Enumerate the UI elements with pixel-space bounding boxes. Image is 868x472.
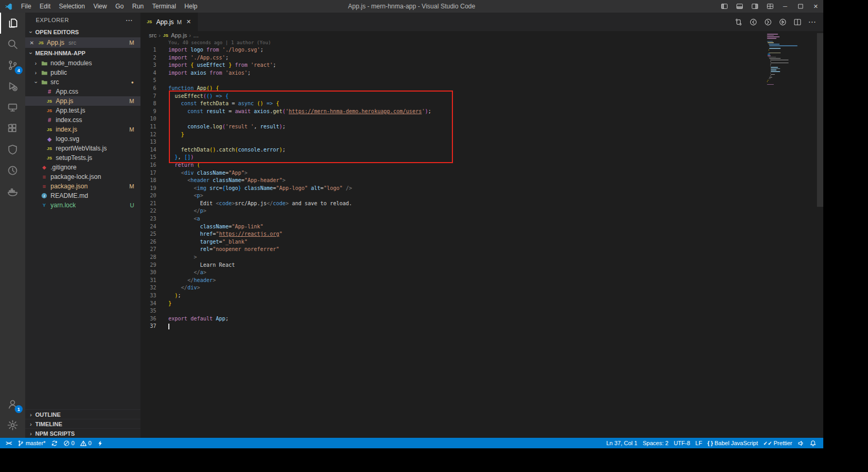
tree-item-package-lock.json[interactable]: ≡package-lock.json: [25, 172, 140, 182]
code-line-14[interactable]: 14 fetchData().catch(console.error);: [140, 146, 823, 154]
code-line-6[interactable]: 6function App() {: [140, 85, 823, 93]
code-line-18[interactable]: 18 <header className="App-header">: [140, 177, 823, 185]
activitybar-source-control[interactable]: 4: [0, 55, 25, 76]
code-line-33[interactable]: 33 );: [140, 292, 823, 300]
tree-item-yarn.lock[interactable]: Yyarn.lockU: [25, 200, 140, 210]
tab-appjs[interactable]: JS App.js M ✕: [140, 13, 198, 31]
tree-item-readme.md[interactable]: iREADME.md: [25, 191, 140, 200]
code-line-32[interactable]: 32 </div>: [140, 284, 823, 292]
menu-view[interactable]: View: [89, 0, 111, 13]
customize-layout-icon-button[interactable]: [762, 0, 778, 13]
code-line-1[interactable]: 1import logo from './logo.svg';: [140, 46, 823, 54]
status-cursor-position[interactable]: Ln 37, Col 1: [603, 438, 640, 448]
back-circle-icon[interactable]: [749, 18, 758, 26]
tree-item-src[interactable]: ›src●: [25, 77, 140, 87]
tree-item-index.css[interactable]: #index.css: [25, 115, 140, 125]
activitybar-explorer[interactable]: [0, 13, 25, 34]
code-line-34[interactable]: 34}: [140, 300, 823, 308]
tree-item-reportwebvitals.js[interactable]: JSreportWebVitals.js: [25, 144, 140, 153]
code-line-10[interactable]: 10: [140, 115, 823, 123]
status-remote-indicator[interactable]: ><: [3, 438, 15, 448]
code-line-20[interactable]: 20 <p>: [140, 192, 823, 200]
code-line-25[interactable]: 25 href="https://reactjs.org": [140, 230, 823, 238]
menu-help[interactable]: Help: [180, 0, 202, 13]
code-line-30[interactable]: 30 </a>: [140, 269, 823, 277]
chevron-icon[interactable]: ›: [33, 70, 39, 76]
code-line-26[interactable]: 26 target="_blank": [140, 238, 823, 246]
tree-item-setuptests.js[interactable]: JSsetupTests.js: [25, 153, 140, 163]
activitybar-docker[interactable]: [0, 181, 25, 202]
activitybar-run-and-debug[interactable]: [0, 76, 25, 97]
close-icon-button[interactable]: ✕: [808, 0, 823, 13]
status-eol[interactable]: LF: [693, 438, 705, 448]
code-line-31[interactable]: 31 </header>: [140, 277, 823, 285]
code-line-23[interactable]: 23 <a: [140, 215, 823, 223]
editor-scrollbar[interactable]: [817, 31, 823, 438]
status-git-branch[interactable]: master*: [15, 438, 48, 448]
run-circle-icon[interactable]: [779, 18, 787, 26]
code-line-8[interactable]: 8 const fetchData = async () => {: [140, 100, 823, 108]
status-language-mode[interactable]: { }Babel JavaScript: [705, 438, 761, 448]
code-line-17[interactable]: 17 <div className="App">: [140, 169, 823, 177]
status-formatter[interactable]: ✓✓Prettier: [761, 438, 795, 448]
menu-run[interactable]: Run: [128, 0, 148, 13]
code-line-35[interactable]: 35: [140, 307, 823, 315]
forward-circle-icon[interactable]: [764, 18, 772, 26]
breadcrumb-item[interactable]: …: [193, 32, 199, 38]
status-live-share[interactable]: [94, 438, 106, 448]
tree-item-.gitignore[interactable]: ◆.gitignore: [25, 163, 140, 172]
section-npm-scripts[interactable]: ›NPM SCRIPTS: [25, 428, 140, 438]
section-outline[interactable]: ›OUTLINE: [25, 409, 140, 419]
status-notifications[interactable]: [807, 438, 819, 448]
code-line-24[interactable]: 24 className="App-link": [140, 223, 823, 231]
chevron-icon[interactable]: ›: [33, 79, 39, 85]
minimap[interactable]: [767, 34, 817, 87]
code-line-29[interactable]: 29 Learn React: [140, 262, 823, 269]
code-line-13[interactable]: 13: [140, 138, 823, 146]
tree-item-app.test.js[interactable]: JSApp.test.js: [25, 106, 140, 115]
status-feedback[interactable]: [795, 438, 807, 448]
tree-item-app.css[interactable]: #App.css: [25, 87, 140, 96]
tree-item-app.js[interactable]: JSApp.jsM: [25, 96, 140, 106]
code-line-16[interactable]: 16 return (: [140, 162, 823, 169]
open-editor-app.js[interactable]: ✕JSApp.jssrcM: [25, 37, 140, 48]
code-line-15[interactable]: 15 }, []): [140, 154, 823, 162]
code-line-2[interactable]: 2import './App.css';: [140, 54, 823, 62]
code-line-5[interactable]: 5: [140, 77, 823, 85]
tree-item-public[interactable]: ›public: [25, 68, 140, 77]
breadcrumb-item[interactable]: src: [149, 32, 157, 38]
status-sync-changes[interactable]: [48, 438, 60, 448]
activitybar-timeline[interactable]: [0, 160, 25, 181]
menu-terminal[interactable]: Terminal: [148, 0, 180, 13]
tree-item-package.json[interactable]: ≡package.jsonM: [25, 182, 140, 191]
code-line-9[interactable]: 9 const result = await axios.get('https:…: [140, 108, 823, 116]
activitybar-remote-explorer[interactable]: [0, 97, 25, 118]
menu-file[interactable]: File: [17, 0, 35, 13]
close-icon[interactable]: ✕: [28, 40, 35, 46]
activitybar-search[interactable]: [0, 34, 25, 55]
menu-edit[interactable]: Edit: [35, 0, 55, 13]
code-line-4[interactable]: 4import axios from 'axios';: [140, 69, 823, 77]
status-encoding[interactable]: UTF-8: [671, 438, 693, 448]
maximize-icon-button[interactable]: [793, 0, 808, 13]
menu-selection[interactable]: Selection: [55, 0, 89, 13]
chevron-icon[interactable]: ›: [33, 61, 39, 66]
status-indentation[interactable]: Spaces: 2: [640, 438, 671, 448]
layout-secondary-sidebar-icon-button[interactable]: [747, 0, 762, 13]
code-line-19[interactable]: 19 <img src={logo} className="App-logo" …: [140, 185, 823, 193]
activitybar-testing[interactable]: [0, 139, 25, 160]
menu-go[interactable]: Go: [111, 0, 128, 13]
git-compare-icon[interactable]: [734, 18, 743, 26]
tree-item-index.js[interactable]: JSindex.jsM: [25, 125, 140, 134]
section-open-editors[interactable]: › OPEN EDITORS: [25, 27, 140, 37]
code-line-12[interactable]: 12 }: [140, 131, 823, 139]
tree-item-node-modules[interactable]: ›node_modules: [25, 58, 140, 68]
code-line-27[interactable]: 27 rel="noopener noreferrer": [140, 246, 823, 254]
blame-annotation[interactable]: You, 40 seconds ago | 1 author (You): [168, 39, 823, 46]
status-problems-warnings[interactable]: 0: [77, 438, 94, 448]
more-actions-icon[interactable]: ⋯: [126, 16, 133, 24]
breadcrumb-item[interactable]: App.js: [171, 32, 187, 38]
activitybar-settings[interactable]: [0, 415, 25, 436]
code-line-21[interactable]: 21 Edit <code>src/App.js</code> and save…: [140, 200, 823, 208]
close-icon[interactable]: ✕: [185, 18, 193, 25]
